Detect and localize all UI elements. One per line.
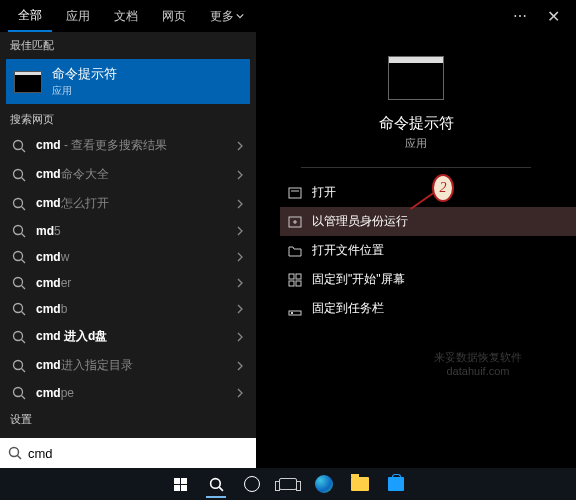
cortana-button[interactable] — [238, 470, 266, 498]
svg-point-18 — [14, 388, 23, 397]
action-location-label: 打开文件位置 — [312, 242, 384, 259]
task-view-button[interactable] — [274, 470, 302, 498]
svg-point-32 — [210, 478, 220, 488]
chevron-right-icon — [236, 170, 244, 180]
chevron-right-icon — [236, 278, 244, 288]
action-open-location[interactable]: 打开文件位置 — [280, 236, 576, 265]
svg-line-7 — [22, 234, 26, 238]
search-icon — [12, 224, 26, 238]
action-open[interactable]: 打开 — [280, 178, 576, 207]
action-pin-start[interactable]: 固定到"开始"屏幕 — [280, 265, 576, 294]
chevron-right-icon — [236, 141, 244, 151]
app-subtitle: 应用 — [405, 136, 427, 151]
chevron-right-icon — [236, 252, 244, 262]
task-view-icon — [279, 478, 297, 490]
section-search-web: 搜索网页 — [0, 106, 256, 131]
tab-all[interactable]: 全部 — [8, 1, 52, 32]
svg-line-9 — [22, 260, 26, 264]
svg-line-15 — [22, 339, 26, 343]
search-icon — [12, 197, 26, 211]
tab-web[interactable]: 网页 — [152, 2, 196, 31]
action-admin-label: 以管理员身份运行 — [312, 213, 408, 230]
svg-point-16 — [14, 360, 23, 369]
web-result-text: cmd - 查看更多搜索结果 — [36, 137, 167, 154]
best-match-item[interactable]: 命令提示符 应用 — [6, 59, 250, 104]
section-best-match: 最佳匹配 — [0, 32, 256, 57]
web-result-text: md5 — [36, 224, 61, 238]
web-result-item[interactable]: cmd - 查看更多搜索结果 — [0, 131, 256, 160]
tab-more[interactable]: 更多 — [200, 2, 254, 31]
store-icon — [388, 477, 404, 491]
svg-line-5 — [22, 206, 26, 210]
web-result-item[interactable]: cmdw — [0, 244, 256, 270]
folder-icon — [351, 477, 369, 491]
cortana-icon — [244, 476, 260, 492]
start-button[interactable] — [166, 470, 194, 498]
chevron-right-icon — [236, 361, 244, 371]
svg-line-33 — [219, 487, 223, 491]
search-icon — [12, 250, 26, 264]
svg-line-17 — [22, 368, 26, 372]
web-result-item[interactable]: cmder — [0, 270, 256, 296]
divider — [301, 167, 531, 168]
search-input[interactable] — [28, 446, 248, 461]
web-result-item[interactable]: cmdpe — [0, 380, 256, 406]
svg-point-12 — [14, 304, 23, 313]
web-result-item[interactable]: cmdb — [0, 296, 256, 322]
action-pin-taskbar[interactable]: 固定到任务栏 — [280, 294, 576, 323]
taskbar-search[interactable] — [202, 470, 230, 498]
windows-icon — [174, 478, 187, 491]
results-panel: 最佳匹配 命令提示符 应用 搜索网页 cmd - 查看更多搜索结果 cmd命令大… — [0, 32, 256, 468]
search-icon — [12, 359, 26, 373]
tab-more-label: 更多 — [210, 8, 234, 25]
search-box[interactable] — [0, 438, 256, 468]
web-result-item[interactable]: cmd进入指定目录 — [0, 351, 256, 380]
folder-location-icon — [288, 244, 302, 258]
chevron-right-icon — [236, 199, 244, 209]
taskbar-store[interactable] — [382, 470, 410, 498]
svg-rect-26 — [289, 281, 294, 286]
web-result-text: cmd怎么打开 — [36, 195, 109, 212]
admin-icon — [288, 215, 302, 229]
action-run-admin[interactable]: 以管理员身份运行 — [280, 207, 576, 236]
svg-point-0 — [14, 140, 23, 149]
web-result-text: cmd 进入d盘 — [36, 328, 107, 345]
svg-rect-22 — [289, 188, 301, 198]
web-result-text: cmder — [36, 276, 71, 290]
filter-tabs: 全部 应用 文档 网页 更多 ⋯ ✕ — [0, 0, 576, 32]
svg-rect-29 — [291, 312, 293, 314]
taskbar-explorer[interactable] — [346, 470, 374, 498]
close-button[interactable]: ✕ — [539, 3, 568, 30]
search-icon — [12, 168, 26, 182]
chevron-right-icon — [236, 226, 244, 236]
web-result-item[interactable]: cmd 进入d盘 — [0, 322, 256, 351]
taskbar-edge[interactable] — [310, 470, 338, 498]
search-icon — [209, 477, 224, 492]
svg-rect-24 — [289, 274, 294, 279]
action-open-label: 打开 — [312, 184, 336, 201]
web-result-item[interactable]: md5 — [0, 218, 256, 244]
web-result-text: cmdb — [36, 302, 67, 316]
svg-point-8 — [14, 252, 23, 261]
action-pin-start-label: 固定到"开始"屏幕 — [312, 271, 405, 288]
svg-rect-27 — [296, 281, 301, 286]
svg-point-30 — [10, 448, 19, 457]
svg-line-3 — [22, 177, 26, 181]
svg-rect-28 — [289, 311, 301, 315]
web-result-text: cmd进入指定目录 — [36, 357, 133, 374]
chevron-right-icon — [236, 304, 244, 314]
svg-point-10 — [14, 278, 23, 287]
tab-apps[interactable]: 应用 — [56, 2, 100, 31]
svg-line-19 — [22, 396, 26, 400]
svg-line-13 — [22, 312, 26, 316]
svg-point-4 — [14, 198, 23, 207]
search-icon — [12, 276, 26, 290]
web-result-item[interactable]: cmd怎么打开 — [0, 189, 256, 218]
action-pin-taskbar-label: 固定到任务栏 — [312, 300, 384, 317]
search-icon — [12, 386, 26, 400]
more-options-button[interactable]: ⋯ — [505, 4, 535, 28]
tab-docs[interactable]: 文档 — [104, 2, 148, 31]
web-result-item[interactable]: cmd命令大全 — [0, 160, 256, 189]
svg-point-2 — [14, 169, 23, 178]
search-icon — [12, 330, 26, 344]
